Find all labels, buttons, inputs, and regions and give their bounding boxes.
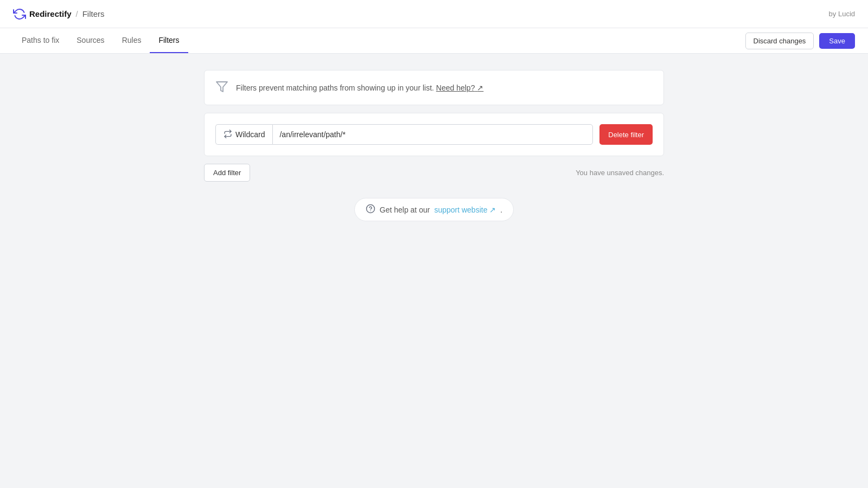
help-pill: Get help at our support website ↗ . <box>354 198 514 221</box>
tab-paths-to-fix[interactable]: Paths to fix <box>13 28 68 53</box>
tab-sources[interactable]: Sources <box>68 28 113 53</box>
header-left: Redirectify / Filters <box>13 8 105 21</box>
support-website-link[interactable]: support website ↗ <box>434 206 496 214</box>
nav-tabs: Paths to fix Sources Rules Filters Disca… <box>0 28 868 54</box>
filter-type-button[interactable]: Wildcard <box>215 124 272 145</box>
help-text-before: Get help at our <box>380 206 430 214</box>
info-text: Filters prevent matching paths from show… <box>236 84 483 92</box>
save-button[interactable]: Save <box>819 33 855 49</box>
header-attribution: by Lucid <box>829 10 855 18</box>
bottom-row: Add filter You have unsaved changes. <box>204 164 664 182</box>
brand-name: Redirectify <box>29 9 72 18</box>
wildcard-icon <box>224 130 232 140</box>
delete-filter-button[interactable]: Delete filter <box>599 124 653 145</box>
filter-card: Wildcard Delete filter <box>204 113 664 156</box>
info-card: Filters prevent matching paths from show… <box>204 70 664 105</box>
unsaved-changes-text: You have unsaved changes. <box>576 169 664 177</box>
breadcrumb-separator: / <box>76 9 78 18</box>
tab-filters[interactable]: Filters <box>150 28 188 53</box>
filters-icon <box>215 80 228 95</box>
tabs-list: Paths to fix Sources Rules Filters <box>13 28 188 53</box>
header-actions: Discard changes Save <box>745 33 855 49</box>
logo[interactable]: Redirectify <box>13 8 72 21</box>
filter-row: Wildcard Delete filter <box>215 124 653 145</box>
help-text-after: . <box>500 206 502 214</box>
header: Redirectify / Filters by Lucid <box>0 0 868 28</box>
add-filter-button[interactable]: Add filter <box>204 164 250 182</box>
filter-type-label: Wildcard <box>235 130 265 139</box>
filter-path-input[interactable] <box>272 124 593 145</box>
logo-icon <box>13 8 26 21</box>
page-title: Filters <box>82 9 105 18</box>
main-content: Filters prevent matching paths from show… <box>195 70 673 221</box>
discard-changes-button[interactable]: Discard changes <box>745 33 814 49</box>
need-help-link[interactable]: Need help? ↗ <box>436 84 484 92</box>
help-circle-icon <box>366 204 375 215</box>
tab-rules[interactable]: Rules <box>113 28 150 53</box>
svg-marker-0 <box>216 82 227 92</box>
